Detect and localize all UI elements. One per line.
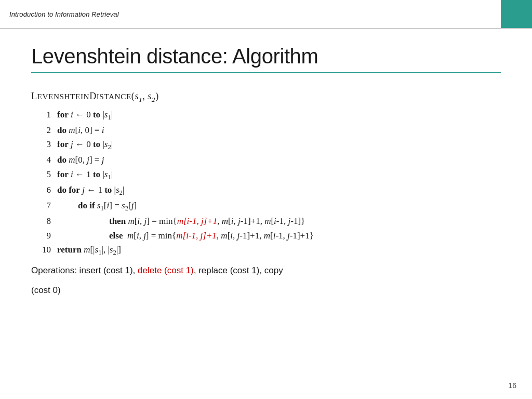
- algo-line-4: 4 do m[0, j] = j: [36, 153, 501, 167]
- page-number: 16: [508, 381, 516, 390]
- line-num-4: 4: [36, 153, 51, 167]
- algo-line-9: 9 else m[i, j] = min{m[i-1, j]+1, m[i, j…: [36, 229, 501, 243]
- line-num-3: 3: [36, 137, 51, 152]
- algo-line-8: 8 then m[i, j] = min{m[i-1, j]+1, m[i, j…: [36, 214, 501, 229]
- header-title: Introduction to Information Retrieval: [9, 10, 119, 18]
- algo-line-7: 7 do if s1[i] = s2[j]: [36, 198, 501, 214]
- algo-line-5: 5 for i ← 1 to |s1|: [36, 167, 501, 183]
- operations-line: Operations: insert (cost 1), delete (cos…: [31, 263, 501, 278]
- slide-title: Levenshtein distance: Algorithm: [31, 45, 501, 68]
- line-num-1: 1: [36, 108, 51, 122]
- header-accent-block: [501, 0, 532, 28]
- algo-line-10: 10 return m[|s1|, |s2|]: [36, 243, 501, 258]
- operations-line-2: (cost 0): [31, 283, 501, 298]
- algo-line-6: 6 do for j ← 1 to |s2|: [36, 183, 501, 198]
- line-num-6: 6: [36, 183, 51, 197]
- slide-content: Levenshtein distance: Algorithm LEVENSHT…: [0, 29, 532, 399]
- line-content-7: do if s1[i] = s2[j]: [57, 198, 501, 214]
- line-content-6: do for j ← 1 to |s2|: [57, 183, 501, 198]
- line-num-2: 2: [36, 123, 51, 138]
- line-content-9: else m[i, j] = min{m[i-1, j]+1, m[i, j-1…: [57, 229, 501, 243]
- line-num-8: 8: [36, 214, 51, 229]
- title-underline: [31, 72, 501, 73]
- line-content-1: for i ← 0 to |s1|: [57, 108, 501, 123]
- algo-signature: LEVENSHTEINDISTANCE(s1, s2): [31, 89, 501, 105]
- line-num-5: 5: [36, 167, 51, 182]
- line-num-7: 7: [36, 198, 51, 213]
- line-num-9: 9: [36, 229, 51, 243]
- algorithm-block: LEVENSHTEINDISTANCE(s1, s2) 1 for i ← 0 …: [31, 89, 501, 298]
- algo-line-2: 2 do m[i, 0] = i: [36, 123, 501, 138]
- line-content-3: for j ← 0 to |s2|: [57, 137, 501, 153]
- algo-line-3: 3 for j ← 0 to |s2|: [36, 137, 501, 153]
- line-content-4: do m[0, j] = j: [57, 153, 501, 167]
- slide-header: Introduction to Information Retrieval: [0, 0, 532, 28]
- line-content-2: do m[i, 0] = i: [57, 123, 501, 138]
- line-content-8: then m[i, j] = min{m[i-1, j]+1, m[i, j-1…: [57, 214, 501, 229]
- line-content-10: return m[|s1|, |s2|]: [57, 243, 501, 258]
- algo-lines: 1 for i ← 0 to |s1| 2 do m[i, 0] = i 3 f…: [36, 108, 501, 258]
- line-num-10: 10: [36, 243, 51, 257]
- algo-line-1: 1 for i ← 0 to |s1|: [36, 108, 501, 123]
- header-title-area: Introduction to Information Retrieval: [0, 10, 532, 18]
- line-content-5: for i ← 1 to |s1|: [57, 167, 501, 183]
